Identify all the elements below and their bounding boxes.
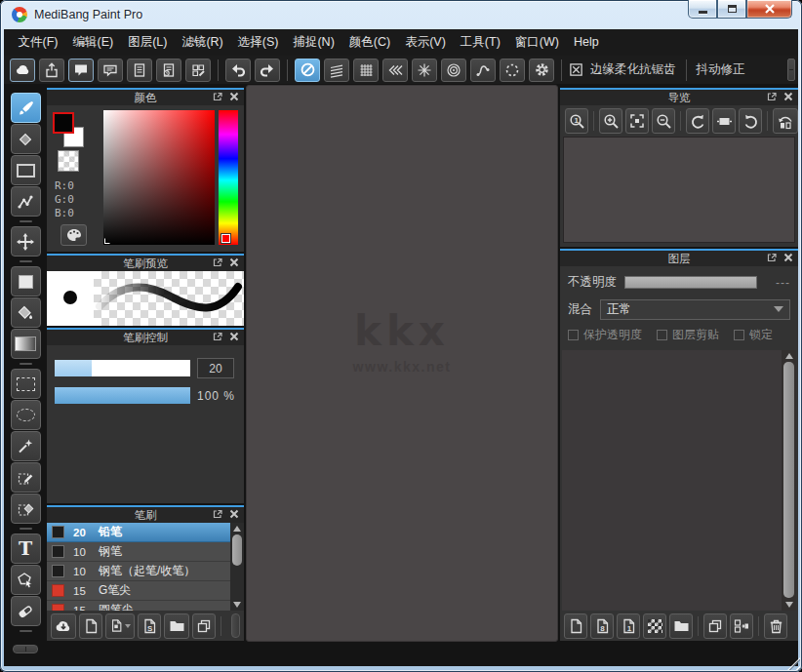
navigator-preview[interactable] bbox=[563, 137, 795, 243]
snap-radial-button[interactable] bbox=[412, 59, 437, 82]
brush-opacity-slider[interactable] bbox=[55, 387, 190, 404]
menu-edit[interactable]: 编辑(E) bbox=[65, 29, 121, 56]
close-icon[interactable] bbox=[783, 92, 793, 101]
titlebar[interactable]: MediBang Paint Pro bbox=[0, 0, 802, 29]
snap-parallel-button[interactable] bbox=[324, 59, 349, 82]
scroll-up-icon[interactable] bbox=[785, 353, 793, 359]
brush-preview-header[interactable]: 笔刷预览 bbox=[47, 256, 244, 271]
polyline-tool[interactable] bbox=[11, 186, 41, 217]
canvas-area[interactable]: kkx www.kkx.net bbox=[246, 85, 558, 642]
close-icon[interactable] bbox=[229, 332, 239, 341]
opacity-slider[interactable] bbox=[624, 276, 757, 289]
popout-icon[interactable] bbox=[213, 509, 222, 519]
close-icon[interactable] bbox=[229, 92, 239, 101]
zoom-in-button[interactable] bbox=[599, 108, 622, 134]
text-tool[interactable]: T bbox=[11, 534, 41, 564]
snap-curve-button[interactable] bbox=[470, 59, 496, 82]
popout-icon[interactable] bbox=[767, 253, 777, 262]
toolstrip-scrollbar[interactable] bbox=[13, 645, 38, 653]
menu-help[interactable]: Help bbox=[566, 29, 606, 56]
brush-script-button[interactable]: S bbox=[138, 613, 161, 639]
eraser-pen-tool[interactable] bbox=[11, 596, 41, 626]
close-button[interactable] bbox=[746, 0, 792, 19]
brush-folder-button[interactable] bbox=[164, 613, 189, 639]
popout-icon[interactable] bbox=[213, 92, 222, 101]
popout-icon[interactable] bbox=[213, 332, 222, 341]
maximize-button[interactable] bbox=[717, 0, 746, 19]
redo-button[interactable] bbox=[255, 59, 280, 82]
duplicate-layer-button[interactable] bbox=[703, 613, 727, 639]
brush-duplicate-button[interactable] bbox=[192, 613, 216, 639]
scroll-thumb[interactable] bbox=[232, 534, 242, 566]
menu-window[interactable]: 窗口(W) bbox=[507, 29, 566, 56]
fill-shape-tool[interactable] bbox=[11, 266, 41, 296]
layers-scrollbar[interactable] bbox=[782, 350, 796, 611]
edge-smooth-label[interactable]: 边缘柔化抗锯齿 bbox=[590, 61, 676, 78]
doc-history-button[interactable] bbox=[156, 59, 181, 82]
snap-ellipse-button[interactable] bbox=[500, 59, 525, 82]
hue-bar[interactable] bbox=[219, 110, 238, 245]
brush-size-value[interactable]: 20 bbox=[197, 358, 234, 378]
brush-panel-header[interactable]: 笔刷 bbox=[47, 507, 244, 523]
clipping-checkbox[interactable]: 图层剪贴 bbox=[657, 327, 719, 343]
menu-filter[interactable]: 滤镜(R) bbox=[175, 29, 230, 56]
lasso-tool[interactable] bbox=[11, 400, 41, 430]
flip-view-button[interactable] bbox=[773, 108, 798, 134]
zoom-100-button[interactable]: 1 bbox=[565, 108, 588, 134]
brush-size-slider[interactable] bbox=[55, 360, 190, 376]
menu-file[interactable]: 文件(F) bbox=[11, 29, 65, 56]
brush-row-round[interactable]: 15圆笔尖 bbox=[47, 601, 230, 611]
new-8bit-layer-button[interactable]: 8 bbox=[590, 613, 614, 639]
popout-icon[interactable] bbox=[767, 92, 777, 101]
publish-button[interactable] bbox=[39, 59, 64, 82]
select-tool[interactable] bbox=[11, 369, 41, 399]
menu-tool[interactable]: 工具(T) bbox=[453, 29, 507, 56]
select-eraser-tool[interactable] bbox=[11, 494, 41, 524]
comment-button[interactable] bbox=[68, 59, 94, 82]
close-icon[interactable] bbox=[229, 257, 239, 267]
blend-mode-select[interactable]: 正常 bbox=[600, 299, 790, 320]
brush-row-pen-inout[interactable]: 10钢笔（起笔/收笔） bbox=[47, 562, 230, 581]
snap-settings-button[interactable] bbox=[529, 59, 554, 82]
layer-folder-button[interactable] bbox=[669, 613, 693, 639]
edge-smooth-checkbox[interactable] bbox=[569, 62, 583, 77]
select-pen-tool[interactable] bbox=[11, 462, 41, 493]
scroll-down-icon[interactable] bbox=[785, 602, 793, 608]
reset-view-button[interactable] bbox=[712, 108, 736, 134]
stabilize-label[interactable]: 抖动修正 bbox=[697, 61, 745, 78]
bucket-tool[interactable] bbox=[11, 297, 41, 328]
menu-select[interactable]: 选择(S) bbox=[230, 29, 286, 56]
delete-layer-button[interactable] bbox=[764, 613, 787, 639]
popout-icon[interactable] bbox=[213, 257, 222, 267]
snap-circle-button[interactable] bbox=[441, 59, 466, 82]
gradient-tool[interactable] bbox=[11, 329, 41, 359]
brush-new-button[interactable] bbox=[79, 613, 102, 639]
foreground-color-swatch[interactable] bbox=[53, 112, 74, 134]
brush-toolbar-scrollbar[interactable] bbox=[231, 613, 240, 638]
cloud-button[interactable] bbox=[10, 59, 35, 82]
layers-header[interactable]: 图层 bbox=[560, 251, 798, 266]
snap-off-button[interactable] bbox=[295, 59, 320, 82]
brush-cloud-button[interactable] bbox=[51, 613, 76, 639]
minimize-button[interactable] bbox=[688, 0, 717, 19]
saturation-value-picker[interactable] bbox=[103, 110, 215, 245]
merge-layer-button[interactable] bbox=[730, 613, 753, 639]
menu-snap[interactable]: 捕捉(N) bbox=[286, 29, 341, 56]
document-button[interactable] bbox=[127, 59, 152, 82]
transparent-color-swatch[interactable] bbox=[58, 150, 79, 172]
tweet-button[interactable] bbox=[98, 59, 123, 82]
brush-list-scrollbar[interactable] bbox=[230, 523, 244, 611]
new-layer-button[interactable] bbox=[564, 613, 587, 639]
shape-tool[interactable] bbox=[11, 155, 41, 185]
menu-color[interactable]: 颜色(C) bbox=[341, 29, 397, 56]
fit-screen-button[interactable] bbox=[625, 108, 649, 134]
scroll-down-icon[interactable] bbox=[233, 602, 241, 608]
new-halftone-layer-button[interactable] bbox=[643, 613, 666, 639]
color-panel-header[interactable]: 颜色 bbox=[47, 90, 244, 105]
scroll-up-icon[interactable] bbox=[233, 526, 241, 532]
palette-button[interactable] bbox=[60, 224, 87, 246]
rotate-left-button[interactable] bbox=[686, 108, 709, 134]
lock-checkbox[interactable]: 锁定 bbox=[734, 327, 773, 343]
protect-alpha-checkbox[interactable]: 保护透明度 bbox=[568, 327, 642, 343]
menu-layer[interactable]: 图层(L) bbox=[121, 29, 175, 56]
